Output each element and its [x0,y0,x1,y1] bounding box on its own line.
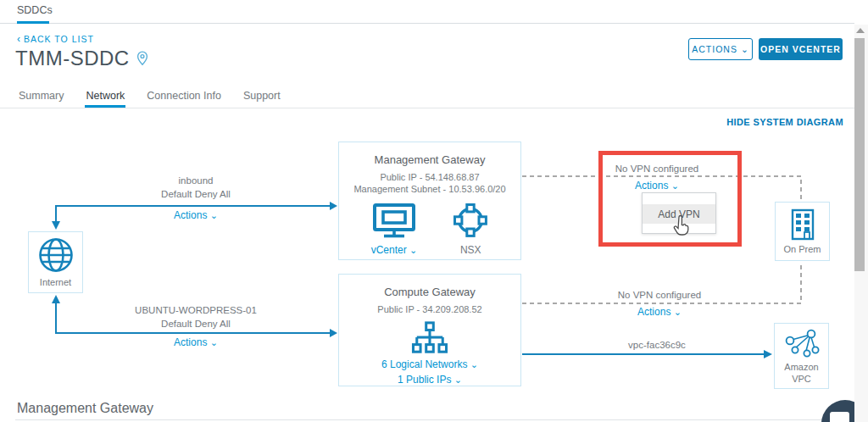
compute-vpn-actions-link[interactable]: Actions ⌄ [637,306,682,318]
actions-button[interactable]: ACTIONS ⌄ [688,38,753,60]
management-gateway-title: Management Gateway [375,153,486,166]
chevron-down-icon: ⌄ [409,245,417,255]
compute-edge-actions-link[interactable]: Actions ⌄ [174,336,218,348]
nsx-icon [453,203,488,238]
compute-gateway-box: Compute Gateway Public IP - 34.209.208.5… [338,274,521,386]
chevron-down-icon: ⌄ [470,359,478,369]
internet-label: Internet [40,276,71,288]
chevron-down-icon: ⌄ [674,307,682,317]
open-vcenter-button[interactable]: OPEN VCENTER [759,38,843,60]
management-gateway-subnet: Management Subnet - 10.53.96.0/20 [353,183,505,195]
tab-support[interactable]: Support [242,85,281,108]
amazon-vpc-icon [784,328,820,358]
amazon-vpc-node: Amazon VPC [774,323,829,389]
compute-gateway-public-ip: Public IP - 34.209.208.52 [377,303,481,315]
top-tab-bar: SDDCs [0,0,854,24]
chat-icon [830,412,849,422]
compute-gateway-title: Compute Gateway [384,286,476,298]
management-gateway-public-ip: Public IP - 54.148.68.87 [380,171,479,183]
tab-sddcs[interactable]: SDDCs [17,4,53,21]
nsx-label: NSX [460,244,481,256]
scrollbar-up-arrow[interactable] [856,28,865,33]
hand-cursor-icon [671,215,691,238]
management-edge-label: inbound Default Deny All [56,175,336,201]
back-chevron-icon: ‹ [17,33,21,45]
scrollbar-thumb[interactable] [854,38,865,271]
compute-vpn-status: No VPN configured [587,289,732,303]
tab-summary[interactable]: Summary [18,85,64,108]
public-ips-link[interactable]: 1 Public IPs ⌄ [398,374,462,386]
sddc-network-page: SDDCs ‹BACK TO LIST TMM-SDDC ACTIONS ⌄ O… [0,0,868,422]
vcenter-icon [372,203,416,238]
on-prem-node: On Prem [775,202,830,261]
management-gateway-section-title: Management Gateway [17,401,153,416]
internet-node: Internet [28,231,83,293]
tab-sddcs-active-underline [17,21,49,24]
logical-networks-link[interactable]: 6 Logical Networks ⌄ [381,358,478,370]
chevron-down-icon: ⌄ [210,210,218,220]
building-icon [790,208,815,241]
management-gateway-box: Management Gateway Public IP - 54.148.68… [338,142,521,260]
management-vpn-status: No VPN configured [585,163,729,176]
globe-icon [37,236,75,274]
tab-connection-info[interactable]: Connection Info [146,85,222,108]
chevron-down-icon: ⌄ [454,375,462,385]
amazon-vpc-label-line1: Amazon [784,361,818,373]
chevron-down-icon: ⌄ [671,180,679,191]
tab-network[interactable]: Network [85,85,125,108]
chevron-down-icon: ⌄ [210,337,218,347]
logical-networks-icon [409,321,450,355]
vpc-edge-label: vpc-fac36c9c [585,339,729,353]
table-top-border [15,419,854,420]
on-prem-label: On Prem [783,243,821,255]
page-title: TMM-SDDC [15,47,148,70]
amazon-vpc-label-line2: VPC [784,373,818,385]
location-pin-icon [136,51,148,66]
page-tabs: Summary Network Connection Info Support [0,85,854,108]
compute-edge-label: UBUNTU-WORDPRESS-01 Default Deny All [56,304,336,330]
vcenter-link[interactable]: vCenter ⌄ [371,244,418,256]
page-scrollbar [854,25,868,422]
back-to-list-link[interactable]: ‹BACK TO LIST [17,33,94,45]
hide-system-diagram-link[interactable]: HIDE SYSTEM DIAGRAM [726,117,843,127]
management-vpn-actions-link[interactable]: Actions ⌄ [635,180,679,192]
chevron-down-icon: ⌄ [741,44,749,54]
management-edge-actions-link[interactable]: Actions ⌄ [174,209,218,221]
